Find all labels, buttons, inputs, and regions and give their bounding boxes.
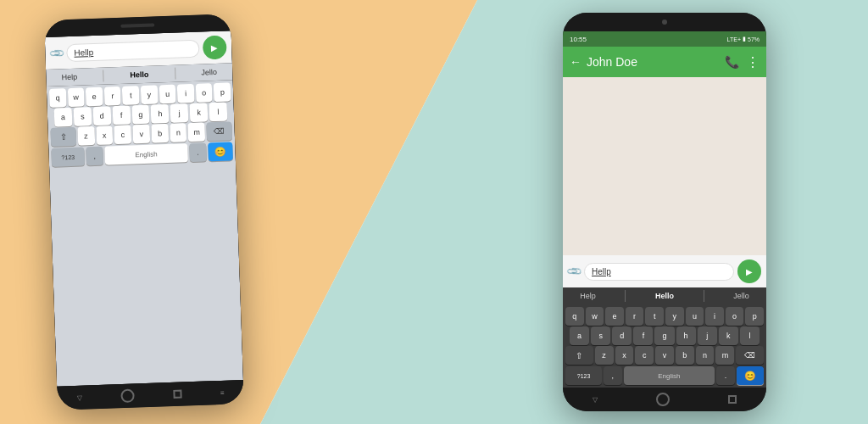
key-d-r[interactable]: d [612, 326, 632, 345]
send-button-right[interactable]: ▶ [737, 259, 761, 283]
key-k[interactable]: k [190, 103, 209, 122]
key-g[interactable]: g [131, 105, 150, 125]
key-n-r[interactable]: n [696, 346, 715, 365]
key-o-r[interactable]: o [726, 307, 744, 326]
attach-icon-right[interactable]: 📎 [565, 263, 583, 281]
input-field-right[interactable]: Hellp [584, 263, 734, 281]
keyboard-left: q w e r t y u i o p a s d f g [47, 80, 243, 386]
key-shift-right[interactable]: ⇧ [565, 346, 593, 365]
key-w-r[interactable]: w [586, 307, 604, 326]
nav-back-left[interactable]: ▽ [76, 393, 81, 401]
key-j-r[interactable]: j [698, 326, 717, 345]
key-space-right[interactable]: English [624, 366, 715, 385]
suggestion-help-right[interactable]: Help [575, 290, 601, 302]
attach-icon-left[interactable]: 📎 [48, 44, 65, 62]
more-icon[interactable]: ⋮ [746, 54, 760, 70]
key-o[interactable]: o [196, 83, 213, 103]
key-r[interactable]: r [104, 86, 121, 106]
key-i-r[interactable]: i [705, 307, 724, 326]
call-icon[interactable]: 📞 [725, 55, 739, 69]
key-z[interactable]: z [77, 126, 95, 146]
key-emoji-right[interactable]: 😊 [737, 366, 764, 385]
key-z-r[interactable]: z [595, 346, 614, 365]
key-comma-left[interactable]: , [86, 147, 103, 166]
nav-back-right[interactable]: ▽ [593, 396, 598, 404]
key-j[interactable]: j [170, 103, 189, 123]
suggestion-hello-right[interactable]: Hello [650, 290, 679, 302]
key-p-r[interactable]: p [745, 307, 764, 326]
key-h-r[interactable]: h [676, 326, 696, 345]
key-u[interactable]: u [159, 85, 175, 104]
key-a-r[interactable]: a [570, 326, 589, 345]
suggestion-jello-right[interactable]: Jello [728, 290, 754, 302]
screen-left: 📎 Hellp ▶ Help Hello Jello q [45, 31, 243, 386]
key-row-bottom-right: ?123 , English . 😊 [563, 365, 766, 388]
back-button-right[interactable]: ← [570, 55, 581, 69]
suggestion-hello-left[interactable]: Hello [125, 69, 153, 81]
key-y[interactable]: y [141, 85, 158, 104]
key-t-r[interactable]: t [645, 307, 664, 326]
nav-home-left[interactable] [120, 389, 135, 404]
send-button-left[interactable]: ▶ [203, 35, 227, 59]
key-i[interactable]: i [177, 84, 194, 103]
key-k-r[interactable]: k [719, 326, 738, 345]
key-period-left[interactable]: . [189, 142, 206, 162]
key-f-r[interactable]: f [633, 326, 653, 345]
divider2-right [704, 290, 704, 302]
key-m-r[interactable]: m [715, 346, 734, 365]
key-e[interactable]: e [86, 87, 103, 107]
bottom-bezel-right: ▽ [563, 388, 766, 411]
nav-home-right[interactable] [656, 393, 670, 406]
key-r-r[interactable]: r [626, 307, 644, 326]
key-b[interactable]: b [151, 124, 169, 143]
keyboard-right: q w e r t y u i o p a s d f g h j k [563, 304, 766, 388]
camera-dot [662, 20, 667, 25]
key-p[interactable]: p [214, 82, 231, 102]
key-e-r[interactable]: e [605, 307, 624, 326]
suggestion-bar-right: Help Hello Jello [563, 287, 766, 304]
input-field-left[interactable]: Hellp [66, 39, 200, 61]
key-d[interactable]: d [92, 106, 111, 126]
nav-recent-left[interactable] [173, 390, 181, 399]
divider2-left [175, 68, 175, 80]
key-emoji-left[interactable]: 😊 [208, 142, 233, 161]
key-u-r[interactable]: u [686, 307, 704, 326]
top-bezel-right [563, 13, 766, 31]
key-backspace-right[interactable]: ⌫ [736, 346, 764, 365]
key-space-left[interactable]: English [104, 143, 188, 165]
nav-recent-right[interactable] [728, 395, 737, 404]
key-w[interactable]: w [67, 87, 84, 107]
key-comma-right[interactable]: , [604, 366, 622, 385]
key-period-right[interactable]: . [716, 366, 735, 385]
key-v-r[interactable]: v [655, 346, 674, 365]
key-number-right[interactable]: ?123 [565, 366, 602, 385]
input-area-right: 📎 Hellp ▶ [563, 255, 766, 287]
key-q-r[interactable]: q [565, 307, 584, 326]
key-l-r[interactable]: l [740, 326, 760, 345]
key-shift-left[interactable]: ⇧ [50, 127, 75, 147]
key-g-r[interactable]: g [654, 326, 674, 345]
key-number-left[interactable]: ?123 [51, 147, 85, 166]
key-q[interactable]: q [49, 88, 66, 108]
key-b-r[interactable]: b [676, 346, 694, 365]
key-n[interactable]: n [170, 123, 187, 142]
key-v[interactable]: v [133, 125, 151, 144]
suggestion-jello-left[interactable]: Jello [196, 66, 222, 79]
key-x-r[interactable]: x [615, 346, 634, 365]
key-a[interactable]: a [54, 108, 73, 127]
key-y-r[interactable]: y [665, 307, 684, 326]
key-backspace-left[interactable]: ⌫ [207, 121, 232, 141]
suggestion-help-left[interactable]: Help [56, 70, 82, 83]
key-s[interactable]: s [74, 107, 92, 126]
key-f[interactable]: f [112, 106, 131, 126]
key-x[interactable]: x [96, 126, 114, 145]
key-h[interactable]: h [151, 104, 170, 124]
key-t[interactable]: t [122, 86, 139, 105]
key-c-r[interactable]: c [635, 346, 654, 365]
status-bar-right: 10:55 LTE+ ▮ 57% [563, 31, 766, 47]
key-m[interactable]: m [188, 122, 206, 142]
key-l[interactable]: l [209, 103, 228, 122]
key-c[interactable]: c [114, 125, 132, 144]
key-s-r[interactable]: s [591, 326, 610, 345]
app-bar-right: ← John Doe 📞 ⋮ [563, 47, 766, 77]
